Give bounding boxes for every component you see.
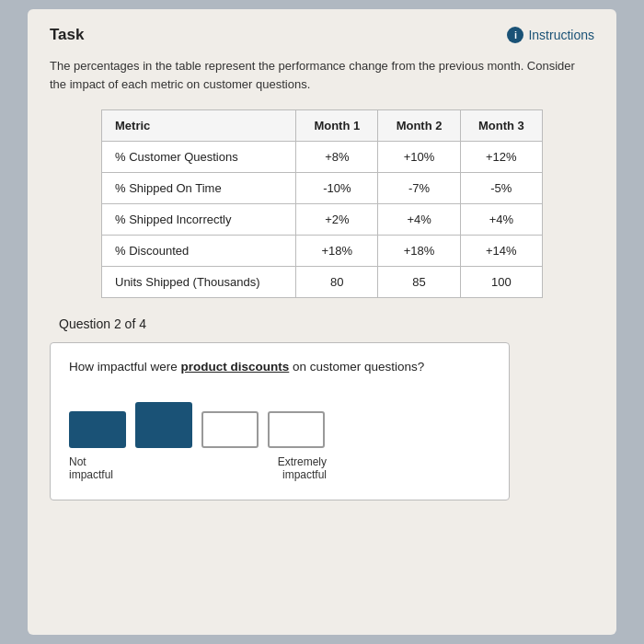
table-row: % Discounted+18%+18%+14% — [102, 236, 543, 267]
month2-cell: +10% — [378, 142, 460, 173]
rating-button-3[interactable] — [201, 411, 259, 448]
info-icon: i — [507, 27, 523, 43]
question-text-after: on customer questions? — [289, 360, 424, 374]
month1-cell: +2% — [296, 204, 378, 236]
question-box: How impactful were product discounts on … — [50, 342, 510, 500]
scale-labels: Notimpactful Extremelyimpactful — [69, 455, 327, 481]
scale-label-not: Notimpactful — [69, 455, 113, 481]
month2-cell: -7% — [378, 173, 460, 204]
month3-cell: 100 — [460, 267, 542, 298]
metric-cell: % Customer Questions — [102, 142, 296, 173]
month1-cell: -10% — [296, 173, 378, 204]
month3-cell: +12% — [460, 142, 542, 173]
metric-cell: % Shipped Incorrectly — [102, 204, 296, 236]
rating-scale — [69, 402, 490, 448]
scale-label-extremely: Extremelyimpactful — [278, 455, 327, 481]
table-row: Units Shipped (Thousands)8085100 — [102, 267, 543, 298]
metric-cell: % Discounted — [102, 236, 296, 267]
metrics-table-wrapper: Metric Month 1 Month 2 Month 3 % Custome… — [50, 109, 594, 298]
metric-cell: % Shipped On Time — [102, 173, 296, 204]
month1-cell: +8% — [296, 142, 378, 173]
task-title: Task — [50, 26, 85, 44]
task-page: Task i Instructions The percentages in t… — [28, 9, 616, 635]
month1-cell: +18% — [296, 236, 378, 267]
month3-cell: +14% — [460, 236, 542, 267]
rating-button-2[interactable] — [135, 402, 192, 448]
month3-cell: -5% — [460, 173, 542, 204]
col-metric: Metric — [102, 110, 296, 142]
question-text-before: How impactful were — [69, 360, 181, 374]
question-counter: Question 2 of 4 — [50, 316, 594, 331]
instructions-button[interactable]: i Instructions — [507, 27, 594, 43]
month3-cell: +4% — [460, 204, 542, 236]
rating-button-1[interactable] — [69, 411, 126, 448]
metric-cell: Units Shipped (Thousands) — [102, 267, 296, 298]
task-description: The percentages in the table represent t… — [50, 57, 594, 93]
month2-cell: 85 — [378, 267, 460, 298]
month1-cell: 80 — [296, 267, 378, 298]
rating-button-4[interactable] — [268, 411, 325, 448]
col-month1: Month 1 — [296, 110, 378, 142]
metrics-table: Metric Month 1 Month 2 Month 3 % Custome… — [101, 109, 543, 298]
question-bold-term: product discounts — [181, 360, 290, 374]
question-text: How impactful were product discounts on … — [69, 358, 490, 376]
table-row: % Shipped On Time-10%-7%-5% — [102, 173, 543, 204]
instructions-label: Instructions — [528, 28, 594, 42]
month2-cell: +18% — [378, 236, 460, 267]
header: Task i Instructions — [50, 26, 594, 44]
col-month3: Month 3 — [460, 110, 542, 142]
table-row: % Customer Questions+8%+10%+12% — [102, 142, 543, 173]
month2-cell: +4% — [378, 204, 460, 236]
col-month2: Month 2 — [378, 110, 460, 142]
table-row: % Shipped Incorrectly+2%+4%+4% — [102, 204, 543, 236]
